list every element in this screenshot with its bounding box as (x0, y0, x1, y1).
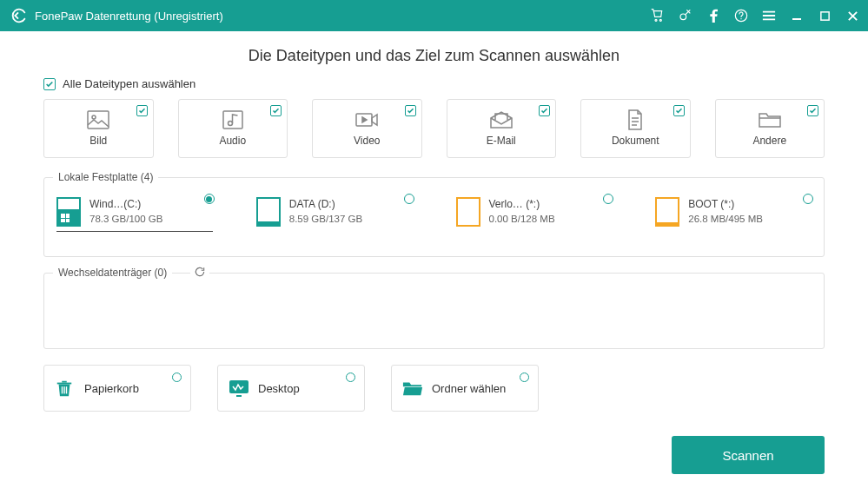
svg-point-1 (659, 19, 661, 21)
type-label: Bild (89, 135, 107, 147)
type-label: E-Mail (487, 135, 516, 147)
facebook-icon[interactable] (706, 9, 720, 23)
svg-point-4 (740, 18, 741, 19)
type-checkbox[interactable] (136, 105, 148, 116)
scan-button[interactable]: Scannen (672, 436, 825, 474)
location-radio[interactable] (346, 373, 355, 382)
type-label: Audio (219, 135, 246, 147)
drive-size: 0.00 B/128 MB (489, 212, 555, 226)
type-label: Andere (752, 135, 786, 147)
location-desktop[interactable]: Desktop (217, 365, 365, 412)
drive-item[interactable]: Verlo… (*:)0.00 B/128 MB (456, 197, 613, 227)
type-checkbox[interactable] (539, 105, 550, 116)
type-label: Dokument (612, 135, 659, 147)
app-title: FonePaw Datenrettung (Unregistriert) (35, 10, 223, 23)
close-icon[interactable] (845, 9, 859, 23)
menu-icon[interactable] (762, 9, 776, 23)
type-checkbox[interactable] (405, 105, 416, 116)
folder-icon (759, 110, 781, 129)
audio-icon (222, 110, 244, 129)
minimize-icon[interactable] (790, 9, 804, 23)
video-icon (355, 110, 378, 129)
type-card-other[interactable]: Andere (715, 99, 825, 158)
key-icon[interactable] (679, 9, 692, 23)
local-drives-section: Lokale Festplatte (4) Wind…(C:)78.3 GB/1… (43, 177, 825, 257)
drive-size: 8.59 GB/137 GB (289, 212, 362, 226)
location-label: Desktop (258, 382, 300, 395)
titlebar: FonePaw Datenrettung (Unregistriert) (0, 0, 868, 31)
drive-icon (256, 197, 281, 227)
file-types-row: Bild Audio Video E-Mail Dokument Andere (43, 99, 825, 158)
type-card-email[interactable]: E-Mail (447, 99, 557, 158)
removable-section: Wechseldatenträger (0) (43, 273, 825, 349)
type-card-image[interactable]: Bild (43, 99, 154, 158)
app-logo-icon (9, 6, 28, 25)
refresh-icon[interactable] (190, 266, 209, 280)
select-all-label: Alle Dateitypen auswählen (63, 77, 195, 90)
select-all-checkbox[interactable] (43, 78, 56, 90)
email-icon (490, 110, 513, 129)
location-choose-folder[interactable]: Ordner wählen (391, 365, 539, 412)
help-icon[interactable] (734, 9, 748, 23)
type-checkbox[interactable] (673, 105, 685, 116)
svg-rect-11 (62, 386, 63, 393)
drive-radio[interactable] (204, 194, 215, 204)
svg-rect-6 (88, 111, 109, 129)
page-heading: Die Dateitypen und das Ziel zum Scannen … (43, 47, 825, 65)
cart-icon[interactable] (651, 9, 665, 23)
document-icon (624, 110, 646, 129)
drive-icon (456, 197, 480, 227)
location-radio[interactable] (172, 373, 182, 382)
svg-point-7 (92, 115, 96, 119)
drive-name: Wind…(C:) (89, 197, 162, 212)
drive-name: DATA (D:) (289, 197, 362, 212)
drive-size: 78.3 GB/100 GB (89, 212, 162, 226)
svg-rect-12 (63, 386, 64, 393)
svg-point-2 (680, 14, 686, 20)
type-checkbox[interactable] (270, 105, 282, 116)
content-area: Die Dateitypen und das Ziel zum Scannen … (0, 31, 868, 488)
location-label: Ordner wählen (432, 382, 506, 395)
type-card-audio[interactable]: Audio (178, 99, 288, 158)
location-radio[interactable] (520, 373, 529, 382)
svg-point-0 (655, 19, 657, 21)
drive-radio[interactable] (603, 194, 613, 204)
drive-radio[interactable] (404, 194, 414, 204)
drive-icon (56, 197, 81, 227)
type-card-video[interactable]: Video (312, 99, 422, 158)
image-icon (87, 110, 109, 129)
type-checkbox[interactable] (807, 105, 818, 116)
location-recycle-bin[interactable]: Papierkorb (43, 365, 191, 412)
local-drives-label: Lokale Festplatte (4) (53, 171, 158, 183)
svg-rect-13 (66, 386, 67, 393)
maximize-icon[interactable] (818, 9, 832, 23)
svg-rect-5 (820, 11, 828, 19)
location-label: Papierkorb (84, 382, 139, 395)
removable-label: Wechseldatenträger (0) (53, 267, 172, 279)
drive-item[interactable]: BOOT (*:)26.8 MB/495 MB (655, 197, 812, 227)
drive-item[interactable]: Wind…(C:)78.3 GB/100 GB (56, 197, 213, 232)
drive-icon (655, 197, 679, 227)
type-label: Video (354, 135, 380, 147)
drive-radio[interactable] (803, 194, 813, 204)
drive-size: 26.8 MB/495 MB (688, 212, 763, 226)
folder-open-icon (402, 379, 423, 398)
trash-icon (55, 379, 76, 398)
type-card-document[interactable]: Dokument (580, 99, 691, 158)
drive-name: Verlo… (*:) (489, 197, 555, 212)
drive-name: BOOT (*:) (688, 197, 763, 212)
desktop-icon (229, 379, 249, 398)
drive-item[interactable]: DATA (D:)8.59 GB/137 GB (256, 197, 413, 227)
